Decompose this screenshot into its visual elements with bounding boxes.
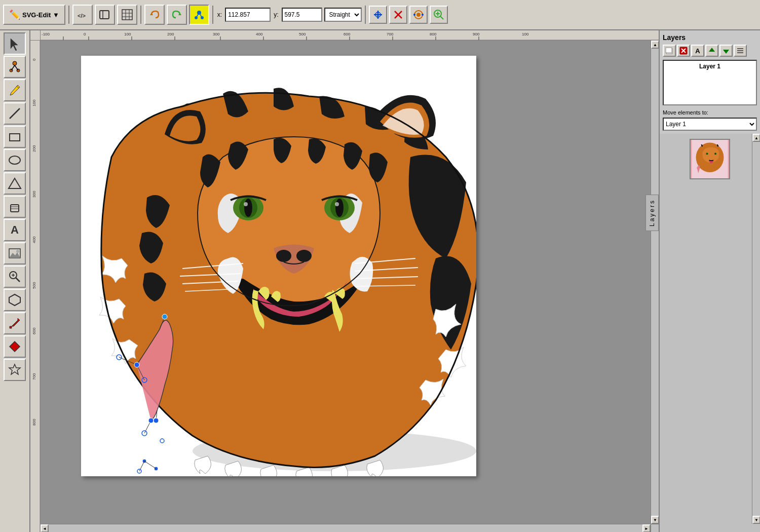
right-panel-body: Layers <box>660 134 760 532</box>
svg-text:100: 100 <box>522 32 529 36</box>
svg-marker-8 <box>150 13 153 15</box>
eyedropper-icon <box>8 316 22 330</box>
svg-text:600: 600 <box>344 32 351 36</box>
svg-point-95 <box>276 250 291 262</box>
svg-text:500: 500 <box>32 282 36 289</box>
smooth-node-button[interactable] <box>409 6 428 24</box>
canvas-hscrollbar[interactable]: ◄ ► <box>41 524 651 532</box>
svg-text:100: 100 <box>124 32 131 36</box>
move-layer-up-button[interactable] <box>705 45 718 57</box>
svg-text:700: 700 <box>387 32 394 36</box>
svg-marker-38 <box>9 178 21 188</box>
svg-text:300: 300 <box>213 32 220 36</box>
layers-side-tab[interactable]: Layers <box>645 195 659 231</box>
right-scroll-down[interactable]: ▼ <box>752 516 760 524</box>
eyedropper-tool-button[interactable] <box>4 312 26 334</box>
canvas-vscrollbar[interactable]: ▲ ▼ <box>651 41 659 524</box>
image-icon <box>8 246 22 260</box>
polygon-tool-button[interactable] <box>4 289 26 311</box>
text-tool-button[interactable]: A <box>4 219 26 241</box>
svg-rect-39 <box>11 205 19 212</box>
layer-menu-button[interactable] <box>734 45 747 57</box>
svg-marker-49 <box>9 294 20 306</box>
layer-menu-icon <box>736 47 744 55</box>
rename-icon: A <box>695 47 700 55</box>
svg-document[interactable] <box>81 56 476 476</box>
svg-line-33 <box>15 65 18 70</box>
svg-text:200: 200 <box>167 32 174 36</box>
right-panel: Layers <box>659 30 760 532</box>
scroll-left-button[interactable]: ◄ <box>41 524 49 532</box>
cylinder-icon <box>8 200 22 214</box>
move-layer-select[interactable]: Layer 1 <box>663 118 757 131</box>
svg-text:0: 0 <box>84 32 86 36</box>
segment-type-select[interactable]: Straight Curve <box>324 8 362 22</box>
select-tool-button[interactable] <box>4 32 26 55</box>
svg-text:500: 500 <box>299 32 306 36</box>
y-coord-input[interactable] <box>282 8 322 22</box>
toolbar-sep-4 <box>365 6 366 24</box>
zoom-to-fit-button[interactable] <box>430 6 448 24</box>
star-tool-button[interactable] <box>4 359 26 381</box>
line-tool-button[interactable] <box>4 102 26 125</box>
xml-editor-icon: </> <box>77 9 89 21</box>
add-node-button[interactable] <box>369 6 387 24</box>
x-label: x: <box>217 11 222 18</box>
ruler-left: 0 100 200 300 400 500 600 700 800 <box>30 41 41 532</box>
delete-layer-button[interactable] <box>677 45 690 57</box>
path-tool-button[interactable] <box>4 172 26 195</box>
toolbar-sep-1 <box>68 6 69 24</box>
node-edit-tool-button[interactable] <box>4 56 26 78</box>
node-tool-button[interactable] <box>189 5 209 25</box>
redo-button[interactable] <box>167 5 187 25</box>
x-coord-input[interactable] <box>225 8 271 22</box>
svg-rect-36 <box>10 134 20 141</box>
pencil-tool-button[interactable] <box>4 79 26 101</box>
svg-text:400: 400 <box>32 236 36 243</box>
svg-text:-100: -100 <box>42 32 50 36</box>
svg-text:400: 400 <box>256 32 263 36</box>
grid-button[interactable] <box>117 5 137 25</box>
zoom-tool-button[interactable] <box>4 265 26 288</box>
xml-editor-button[interactable]: </> <box>72 5 93 25</box>
undo-icon <box>148 9 161 21</box>
right-scroll-up[interactable]: ▲ <box>752 134 760 142</box>
svg-text:0: 0 <box>32 58 36 61</box>
ruler-top: -100 0 100 200 300 400 500 600 7 <box>41 30 659 41</box>
scroll-up-button[interactable]: ▲ <box>651 41 659 49</box>
pencil-icon <box>8 83 22 97</box>
layers-toolbar: A <box>663 45 757 57</box>
svg-point-37 <box>9 156 20 164</box>
drawing-canvas[interactable]: ▲ ▼ ◄ ► <box>41 41 659 532</box>
svg-point-44 <box>16 250 19 253</box>
right-panel-vscrollbar[interactable]: ▲ ▼ <box>752 134 760 524</box>
scroll-corner <box>651 524 659 532</box>
rect-tool-button[interactable] <box>4 126 26 148</box>
canvas-bg-button[interactable] <box>95 5 115 25</box>
new-layer-icon <box>665 47 673 55</box>
ellipse-tool-button[interactable] <box>4 149 26 171</box>
svg-marker-51 <box>9 364 20 374</box>
scroll-right-button[interactable]: ► <box>642 524 651 532</box>
diamond-tool-button[interactable] <box>4 335 26 358</box>
cylinder-tool-button[interactable] <box>4 196 26 218</box>
delete-node-button[interactable] <box>389 6 407 24</box>
app-menu-label: SVG-Edit ▼ <box>22 11 59 19</box>
app-menu-button[interactable]: ✏️ SVG-Edit ▼ <box>3 5 65 25</box>
image-tool-button[interactable] <box>4 242 26 264</box>
undo-button[interactable] <box>144 5 165 25</box>
svg-point-21 <box>416 13 421 17</box>
layer-item-1[interactable]: Layer 1 <box>665 62 755 71</box>
app-menu-icon: ✏️ <box>9 9 20 20</box>
svg-text:900: 900 <box>473 32 480 36</box>
canvas-bg-icon <box>99 9 111 21</box>
add-node-icon <box>373 10 383 20</box>
smooth-node-icon <box>412 9 425 21</box>
move-layer-down-button[interactable] <box>719 45 733 57</box>
node-edit-icon <box>8 60 22 74</box>
rename-layer-button[interactable]: A <box>691 45 704 57</box>
scroll-down-button[interactable]: ▼ <box>651 516 659 524</box>
svg-rect-3 <box>122 10 132 20</box>
layer-list[interactable]: Layer 1 <box>663 60 757 105</box>
new-layer-button[interactable] <box>663 45 676 57</box>
